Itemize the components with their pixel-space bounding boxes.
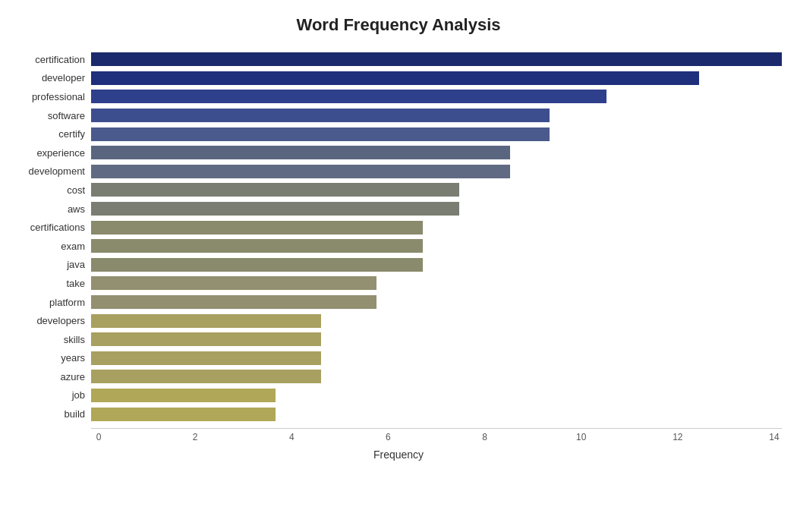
bar-fill [91,90,606,103]
x-tick-label: 8 [477,432,493,442]
bar-fill [91,351,321,365]
chart-area: certificationdeveloperprofessionalsoftwa… [15,50,782,461]
bar-fill [91,314,321,328]
bar-track [91,146,782,159]
bars-wrapper: certificationdeveloperprofessionalsoftwa… [15,50,782,423]
chart-title: Word Frequency Analysis [15,15,782,35]
bar-label: cost [15,184,91,196]
bar-track [91,258,782,271]
bar-label: job [15,389,91,401]
bar-fill [91,332,321,346]
bar-fill [91,295,376,309]
bar-row: certify [15,124,782,143]
bar-track [91,90,782,103]
bar-row: cost [15,181,782,200]
bar-fill [91,71,699,85]
bar-fill [91,202,459,216]
bar-row: azure [15,367,782,386]
bar-label: platform [15,297,91,308]
bar-label: build [15,408,91,420]
bar-label: exam [15,241,91,252]
bar-track [91,240,782,253]
bar-label: aws [15,203,91,215]
bar-row: developers [15,311,782,330]
bar-label: professional [15,91,91,102]
bar-fill [91,127,550,141]
bar-label: certification [15,54,91,65]
bar-track [91,277,782,290]
bar-label: software [15,110,91,121]
bar-row: software [15,106,782,125]
bar-label: skills [15,334,91,345]
bar-track [91,408,782,420]
bar-track [91,127,782,140]
bar-row: job [15,386,782,405]
bar-row: professional [15,87,782,106]
bar-fill [91,165,510,178]
bar-track [91,351,782,364]
bar-row: take [15,274,782,293]
bar-track [91,333,782,346]
bar-track [91,165,782,178]
bar-row: exam [15,237,782,256]
bar-label: certifications [15,222,91,233]
x-tick-label: 2 [187,432,203,442]
bar-track [91,202,782,215]
bar-track [91,370,782,383]
bar-track [91,71,782,84]
bar-label: developers [15,315,91,326]
bar-row: platform [15,293,782,312]
bar-row: skills [15,330,782,349]
bar-row: aws [15,200,782,219]
x-tick-label: 0 [91,432,106,442]
bar-label: take [15,278,91,289]
bar-track [91,109,782,121]
bar-label: azure [15,371,91,382]
bar-row: certifications [15,218,782,237]
bar-label: certify [15,128,91,140]
bar-row: build [15,405,782,423]
x-axis-area: 02468101214 [91,428,782,442]
bar-track [91,295,782,308]
bar-fill [91,239,423,253]
x-tick-label: 14 [767,432,782,442]
x-tick-label: 10 [574,432,589,442]
bar-label: developer [15,72,91,83]
bar-row: development [15,162,782,181]
bar-fill [91,109,550,122]
bar-fill [91,370,321,383]
bar-fill [91,183,459,197]
bar-fill [91,389,276,402]
bar-track [91,314,782,327]
bar-label: java [15,259,91,270]
bar-fill [91,276,376,290]
bar-fill [91,408,276,421]
bar-fill [91,258,423,272]
x-tick-label: 4 [284,432,299,442]
bar-row: experience [15,143,782,162]
x-axis-label: Frequency [15,449,782,461]
x-tick-label: 12 [670,432,685,442]
bar-track [91,221,782,234]
bar-row: java [15,256,782,275]
bar-track [91,184,782,197]
bar-fill [91,52,782,66]
bar-fill [91,221,423,235]
bar-row: developer [15,69,782,88]
bar-row: certification [15,50,782,69]
chart-container: Word Frequency Analysis certificationdev… [0,0,797,532]
bar-track [91,53,782,66]
bar-label: development [15,165,91,177]
bar-track [91,389,782,401]
bar-fill [91,146,510,159]
x-tick-label: 6 [380,432,395,442]
bar-label: experience [15,147,91,159]
bar-label: years [15,352,91,364]
bar-row: years [15,349,782,368]
x-axis-ticks: 02468101214 [91,428,782,442]
